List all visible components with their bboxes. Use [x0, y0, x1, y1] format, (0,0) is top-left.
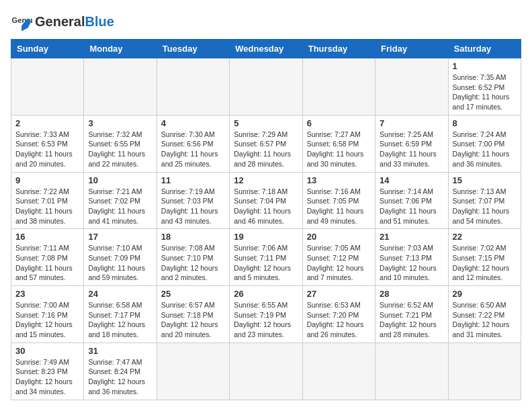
day-info: Sunrise: 7:32 AM Sunset: 6:55 PM Dayligh… [88, 130, 152, 169]
calendar-cell: 19Sunrise: 7:06 AM Sunset: 7:11 PM Dayli… [230, 229, 302, 286]
day-info: Sunrise: 7:18 AM Sunset: 7:04 PM Dayligh… [234, 187, 298, 226]
header-day-monday: Monday [84, 40, 157, 58]
day-info: Sunrise: 6:58 AM Sunset: 7:17 PM Dayligh… [88, 300, 152, 340]
day-info: Sunrise: 7:21 AM Sunset: 7:02 PM Dayligh… [88, 187, 152, 226]
day-info: Sunrise: 6:53 AM Sunset: 7:20 PM Dayligh… [307, 300, 371, 340]
calendar-cell: 14Sunrise: 7:14 AM Sunset: 7:06 PM Dayli… [375, 172, 448, 229]
header: General GeneralBlue [11, 11, 521, 32]
logo-text: GeneralBlue [35, 15, 114, 28]
calendar-cell: 16Sunrise: 7:11 AM Sunset: 7:08 PM Dayli… [11, 229, 84, 286]
calendar-cell: 6Sunrise: 7:27 AM Sunset: 6:58 PM Daylig… [302, 115, 375, 172]
day-info: Sunrise: 7:22 AM Sunset: 7:01 PM Dayligh… [15, 187, 79, 226]
day-number: 14 [380, 175, 443, 185]
day-number: 4 [161, 118, 225, 128]
day-number: 20 [307, 232, 371, 242]
day-number: 25 [161, 289, 225, 299]
day-number: 16 [15, 232, 79, 242]
day-info: Sunrise: 7:35 AM Sunset: 6:52 PM Dayligh… [453, 73, 517, 112]
calendar-cell [84, 58, 157, 116]
calendar-cell: 15Sunrise: 7:13 AM Sunset: 7:07 PM Dayli… [448, 172, 521, 229]
day-info: Sunrise: 7:00 AM Sunset: 7:16 PM Dayligh… [15, 300, 79, 340]
day-info: Sunrise: 6:55 AM Sunset: 7:19 PM Dayligh… [234, 300, 298, 340]
calendar-cell [157, 58, 229, 116]
calendar-cell: 11Sunrise: 7:19 AM Sunset: 7:03 PM Dayli… [157, 172, 229, 229]
day-info: Sunrise: 7:19 AM Sunset: 7:03 PM Dayligh… [161, 187, 225, 226]
calendar-cell: 18Sunrise: 7:08 AM Sunset: 7:10 PM Dayli… [157, 229, 229, 286]
calendar-cell: 2Sunrise: 7:33 AM Sunset: 6:53 PM Daylig… [11, 115, 84, 172]
calendar: SundayMondayTuesdayWednesdayThursdayFrid… [11, 39, 521, 400]
day-info: Sunrise: 7:27 AM Sunset: 6:58 PM Dayligh… [307, 130, 371, 169]
day-number: 22 [453, 232, 517, 242]
day-number: 18 [161, 232, 225, 242]
calendar-cell: 1Sunrise: 7:35 AM Sunset: 6:52 PM Daylig… [448, 58, 521, 116]
day-info: Sunrise: 6:52 AM Sunset: 7:21 PM Dayligh… [380, 300, 443, 340]
day-number: 5 [234, 118, 298, 128]
day-number: 8 [453, 118, 517, 128]
calendar-cell [230, 342, 302, 400]
day-number: 2 [15, 118, 79, 128]
day-info: Sunrise: 7:29 AM Sunset: 6:57 PM Dayligh… [234, 130, 298, 169]
day-number: 27 [307, 289, 371, 299]
calendar-cell [157, 342, 229, 400]
day-info: Sunrise: 7:08 AM Sunset: 7:10 PM Dayligh… [161, 243, 225, 283]
calendar-week-row: 2Sunrise: 7:33 AM Sunset: 6:53 PM Daylig… [11, 115, 521, 172]
header-day-tuesday: Tuesday [157, 40, 229, 58]
calendar-week-row: 9Sunrise: 7:22 AM Sunset: 7:01 PM Daylig… [11, 172, 521, 229]
logo-icon: General [11, 11, 32, 32]
day-number: 24 [88, 289, 152, 299]
calendar-cell: 27Sunrise: 6:53 AM Sunset: 7:20 PM Dayli… [302, 286, 375, 343]
calendar-cell: 9Sunrise: 7:22 AM Sunset: 7:01 PM Daylig… [11, 172, 84, 229]
day-number: 3 [88, 118, 152, 128]
day-number: 31 [88, 346, 152, 356]
calendar-cell: 4Sunrise: 7:30 AM Sunset: 6:56 PM Daylig… [157, 115, 229, 172]
calendar-cell [230, 58, 302, 116]
day-info: Sunrise: 7:03 AM Sunset: 7:13 PM Dayligh… [380, 243, 443, 283]
calendar-cell: 7Sunrise: 7:25 AM Sunset: 6:59 PM Daylig… [375, 115, 448, 172]
calendar-cell [302, 58, 375, 116]
calendar-cell: 30Sunrise: 7:49 AM Sunset: 8:23 PM Dayli… [11, 342, 84, 400]
calendar-cell: 26Sunrise: 6:55 AM Sunset: 7:19 PM Dayli… [230, 286, 302, 343]
calendar-cell [11, 58, 84, 116]
day-number: 12 [234, 175, 298, 185]
day-info: Sunrise: 7:14 AM Sunset: 7:06 PM Dayligh… [380, 187, 443, 226]
day-info: Sunrise: 6:57 AM Sunset: 7:18 PM Dayligh… [161, 300, 225, 340]
day-info: Sunrise: 7:16 AM Sunset: 7:05 PM Dayligh… [307, 187, 371, 226]
day-info: Sunrise: 7:24 AM Sunset: 7:00 PM Dayligh… [453, 130, 517, 169]
calendar-cell: 31Sunrise: 7:47 AM Sunset: 8:24 PM Dayli… [84, 342, 157, 400]
day-number: 1 [453, 61, 517, 71]
day-number: 29 [453, 289, 517, 299]
day-number: 23 [15, 289, 79, 299]
calendar-week-row: 1Sunrise: 7:35 AM Sunset: 6:52 PM Daylig… [11, 58, 521, 116]
day-number: 11 [161, 175, 225, 185]
day-info: Sunrise: 7:30 AM Sunset: 6:56 PM Dayligh… [161, 130, 225, 169]
day-number: 17 [88, 232, 152, 242]
calendar-cell: 25Sunrise: 6:57 AM Sunset: 7:18 PM Dayli… [157, 286, 229, 343]
day-info: Sunrise: 7:13 AM Sunset: 7:07 PM Dayligh… [453, 187, 517, 226]
calendar-week-row: 30Sunrise: 7:49 AM Sunset: 8:23 PM Dayli… [11, 342, 521, 400]
logo: General GeneralBlue [11, 11, 114, 32]
day-number: 7 [380, 118, 443, 128]
calendar-header-row: SundayMondayTuesdayWednesdayThursdayFrid… [11, 40, 521, 58]
header-day-sunday: Sunday [11, 40, 84, 58]
day-number: 6 [307, 118, 371, 128]
header-day-saturday: Saturday [448, 40, 521, 58]
day-number: 15 [453, 175, 517, 185]
calendar-cell: 22Sunrise: 7:02 AM Sunset: 7:15 PM Dayli… [448, 229, 521, 286]
header-day-thursday: Thursday [302, 40, 375, 58]
day-number: 21 [380, 232, 443, 242]
header-day-friday: Friday [375, 40, 448, 58]
calendar-cell: 17Sunrise: 7:10 AM Sunset: 7:09 PM Dayli… [84, 229, 157, 286]
calendar-cell: 23Sunrise: 7:00 AM Sunset: 7:16 PM Dayli… [11, 286, 84, 343]
day-number: 9 [15, 175, 79, 185]
day-info: Sunrise: 7:05 AM Sunset: 7:12 PM Dayligh… [307, 243, 371, 283]
calendar-cell: 20Sunrise: 7:05 AM Sunset: 7:12 PM Dayli… [302, 229, 375, 286]
calendar-cell [448, 342, 521, 400]
calendar-cell: 3Sunrise: 7:32 AM Sunset: 6:55 PM Daylig… [84, 115, 157, 172]
day-info: Sunrise: 7:47 AM Sunset: 8:24 PM Dayligh… [88, 357, 152, 397]
day-number: 10 [88, 175, 152, 185]
calendar-cell: 10Sunrise: 7:21 AM Sunset: 7:02 PM Dayli… [84, 172, 157, 229]
calendar-cell: 28Sunrise: 6:52 AM Sunset: 7:21 PM Dayli… [375, 286, 448, 343]
calendar-cell: 24Sunrise: 6:58 AM Sunset: 7:17 PM Dayli… [84, 286, 157, 343]
day-number: 13 [307, 175, 371, 185]
day-number: 28 [380, 289, 443, 299]
